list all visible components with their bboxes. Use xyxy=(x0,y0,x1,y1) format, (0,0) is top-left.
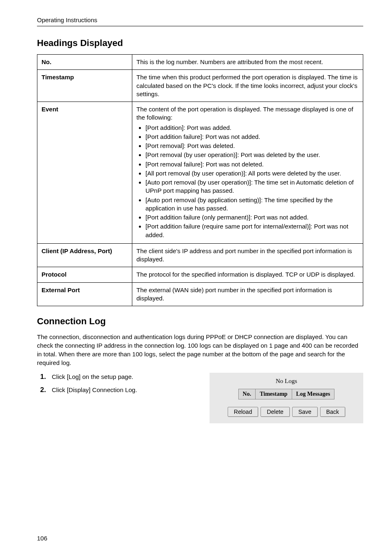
list-item: [Port addition failure]: Port was not ad… xyxy=(145,133,359,141)
divider xyxy=(37,26,363,26)
col-header-log-messages: Log Messages xyxy=(292,389,334,399)
step-text: Click [Display] Connection Log. xyxy=(52,386,137,393)
section-body: The connection, disconnection and authen… xyxy=(37,332,363,367)
def-value: This is the log number. Numbers are attr… xyxy=(132,55,363,70)
def-key: Timestamp xyxy=(37,70,132,102)
section-heading-headings-displayed: Headings Displayed xyxy=(37,38,363,48)
log-table: No. Timestamp Log Messages xyxy=(238,389,335,399)
list-item: [All port removal (by user operation)]: … xyxy=(145,169,359,178)
col-header-no: No. xyxy=(238,389,256,399)
col-header-timestamp: Timestamp xyxy=(256,389,292,399)
def-key: Event xyxy=(37,102,132,244)
list-item: [Port addition failure (only permanent)]… xyxy=(145,213,359,222)
list-item: [Port addition]: Port was added. xyxy=(145,124,359,132)
table-row: Client (IP Address, Port) The client sid… xyxy=(37,243,363,267)
table-row: External Port The external (WAN side) po… xyxy=(37,282,363,306)
delete-button[interactable]: Delete xyxy=(261,407,289,417)
list-item: [Auto port removal (by user operation)]:… xyxy=(145,178,359,195)
back-button[interactable]: Back xyxy=(320,407,345,417)
table-row: No. This is the log number. Numbers are … xyxy=(37,55,363,70)
def-key: No. xyxy=(37,55,132,70)
list-item: [Port removal (by user operation)]: Port… xyxy=(145,151,359,159)
definitions-table: No. This is the log number. Numbers are … xyxy=(37,54,363,306)
list-item: [Auto port removal (by application setti… xyxy=(145,196,359,213)
table-row: No. Timestamp Log Messages xyxy=(238,389,334,399)
table-row: Protocol The protocol for the specified … xyxy=(37,267,363,282)
bullet-list: [Port addition]: Port was added. [Port a… xyxy=(136,124,359,239)
log-widget: No Logs No. Timestamp Log Messages Reloa… xyxy=(210,373,363,423)
def-key: Protocol xyxy=(37,267,132,282)
step-number: 1. xyxy=(37,373,46,381)
def-value: The content of the port operation is dis… xyxy=(132,102,363,244)
def-value: The external (WAN side) port number in t… xyxy=(132,282,363,306)
button-row: Reload Delete Save Back xyxy=(215,407,357,417)
page-number: 106 xyxy=(37,535,47,542)
save-button[interactable]: Save xyxy=(292,407,318,417)
table-row: Event The content of the port operation … xyxy=(37,102,363,244)
list-item: 2. Click [Display] Connection Log. xyxy=(37,386,193,394)
list-item: [Port removal failure]: Port was not del… xyxy=(145,160,359,169)
def-value: The client side's IP address and port nu… xyxy=(132,243,363,267)
section-heading-connection-log: Connection Log xyxy=(37,316,363,327)
list-item: [Port removal]: Port was deleted. xyxy=(145,142,359,150)
running-head: Operating Instructions xyxy=(37,16,363,23)
def-value: The protocol for the specified informati… xyxy=(132,267,363,282)
step-number: 2. xyxy=(37,386,46,394)
def-key: Client (IP Address, Port) xyxy=(37,243,132,267)
steps-list: 1. Click [Log] on the setup page. 2. Cli… xyxy=(37,373,193,394)
list-item: 1. Click [Log] on the setup page. xyxy=(37,373,193,381)
def-key: External Port xyxy=(37,282,132,306)
def-value-lead: The content of the port operation is dis… xyxy=(136,106,353,121)
list-item: [Port addition failure (require same por… xyxy=(145,222,359,239)
reload-button[interactable]: Reload xyxy=(228,407,258,417)
no-logs-label: No Logs xyxy=(215,378,357,385)
step-text: Click [Log] on the setup page. xyxy=(52,373,133,380)
def-value: The time when this product performed the… xyxy=(132,70,363,102)
table-row: Timestamp The time when this product per… xyxy=(37,70,363,102)
